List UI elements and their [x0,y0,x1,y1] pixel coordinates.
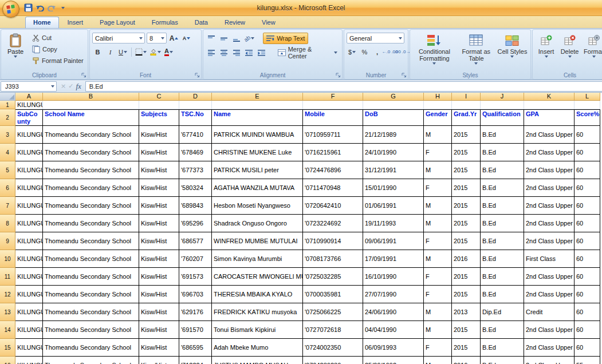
cell[interactable]: '0725032285 [303,268,363,286]
formula-input[interactable]: B.Ed [85,81,602,92]
cell[interactable]: 2015 [452,286,481,303]
header-cell[interactable]: DoB [363,109,424,126]
cell[interactable] [43,101,139,109]
header-cell[interactable]: GPA [524,109,575,126]
cell[interactable]: CHRISTINE MUKENE Luke [212,144,303,161]
cell[interactable]: Credit [524,303,575,321]
cell[interactable]: B.Ed [481,179,524,197]
cell[interactable]: F [424,268,452,286]
cell[interactable]: 21/12/1989 [363,126,424,144]
cell[interactable]: 19/11/1993 [363,215,424,232]
tab-home[interactable]: Home [25,17,59,28]
row-header[interactable]: 5 [0,161,15,179]
cell[interactable]: '0711470948 [303,179,363,197]
cell[interactable]: 04/04/1990 [363,321,424,339]
cell[interactable]: 2015 [452,268,481,286]
row-header[interactable]: 7 [0,197,15,215]
cell[interactable]: Adah Mbeke Mumo [212,339,303,357]
cell[interactable]: JUSTUS MAMBO MUSAU [212,357,303,364]
cell[interactable]: 27/07/1990 [363,286,424,303]
undo-button[interactable] [34,2,45,13]
delete-cells-button[interactable]: Delete [558,31,581,58]
cell[interactable]: Kisw/Hist [139,268,179,286]
row-header[interactable]: 8 [0,215,15,232]
cell[interactable]: B.Ed [481,286,524,303]
cell[interactable]: Thomeandu Secondary School [43,179,139,197]
cell[interactable] [452,101,481,109]
row-header[interactable]: 12 [0,286,15,303]
row-header[interactable]: 16 [0,357,15,364]
cell[interactable]: Thomeandu Secondary School [43,321,139,339]
alignment-dialog-launcher[interactable] [335,72,341,78]
row-header[interactable]: 10 [0,250,15,268]
cell[interactable]: '691570 [179,321,212,339]
cell[interactable]: 2016 [452,250,481,268]
cell[interactable]: 2015 [452,232,481,250]
cell[interactable]: Thomeandu Secondary School [43,339,139,357]
cell[interactable]: 60 [575,215,600,232]
tab-formulas[interactable]: Formulas [144,17,186,28]
cell[interactable]: 2nd Class Upper [524,126,575,144]
cell[interactable]: 31/12/1991 [363,161,424,179]
cell[interactable]: '580324 [179,179,212,197]
paste-button[interactable]: Paste [3,31,27,71]
cell[interactable]: Kisw/Hist [139,161,179,179]
cell[interactable]: 60 [575,321,600,339]
cell[interactable]: Thomeandu Secondary School [43,197,139,215]
cell[interactable]: '0708173766 [303,250,363,268]
column-header[interactable]: A [15,93,43,101]
cell[interactable]: 2015 [452,179,481,197]
cell[interactable]: Kisw/Hist [139,339,179,357]
cell[interactable]: M [424,250,452,268]
cell[interactable] [179,101,212,109]
cell[interactable]: 2nd Class Upper [524,339,575,357]
cell[interactable]: Kisw/Hist [139,144,179,161]
qat-customize-button[interactable] [57,2,68,13]
font-dialog-launcher[interactable] [194,72,200,78]
cell[interactable]: KILUNGU [15,303,43,321]
cell[interactable]: '0727072618 [303,321,363,339]
cell[interactable]: Thomeandu Secondary School [43,303,139,321]
wrap-text-button[interactable]: Wrap Text [263,33,308,44]
column-header[interactable]: K [524,93,575,101]
cell[interactable]: 2015 [452,321,481,339]
cell[interactable]: '712224 [179,357,212,364]
save-button[interactable] [23,2,34,13]
cell[interactable]: KILUNGU [15,144,43,161]
column-header[interactable]: E [212,93,303,101]
cell[interactable]: 2nd Class Upper [524,161,575,179]
row-header[interactable]: 2 [0,109,15,126]
cell[interactable]: F [424,286,452,303]
cell[interactable]: B.Ed [481,321,524,339]
cell[interactable]: B.Ed [481,250,524,268]
cell[interactable]: Tonui Bismark Kipkirui [212,321,303,339]
cell[interactable]: KILUNGU [15,339,43,357]
row-header[interactable]: 4 [0,144,15,161]
cell[interactable]: Kisw/Hist [139,250,179,268]
cell[interactable]: 24/06/1990 [363,303,424,321]
row-header[interactable]: 1 [0,101,15,109]
cell[interactable]: '0716215961 [303,144,363,161]
cell[interactable]: B.Ed [481,215,524,232]
cell[interactable]: Thomeandu Secondary School [43,268,139,286]
cell[interactable]: '689843 [179,197,212,215]
cell[interactable]: KILUNGU [15,232,43,250]
cell[interactable]: '691573 [179,268,212,286]
align-right-button[interactable] [231,48,242,58]
cell[interactable]: 2015 [452,339,481,357]
header-cell[interactable]: Score% [575,109,600,126]
cell[interactable]: Kisw/Hist [139,286,179,303]
cell[interactable]: '0704286236 [303,357,363,364]
cell[interactable]: 2nd Class Upper [524,286,575,303]
cell[interactable]: '0710990914 [303,232,363,250]
cell[interactable] [363,101,424,109]
cell[interactable]: 2016 [452,357,481,364]
cell[interactable]: '0710959711 [303,126,363,144]
header-cell[interactable]: Mobile [303,109,363,126]
cell[interactable]: 60 [575,126,600,144]
cell[interactable]: 2013 [452,303,481,321]
cell[interactable]: 60 [575,286,600,303]
cell[interactable]: KILUNGU [15,161,43,179]
cell[interactable]: M [424,197,452,215]
select-all-corner[interactable] [0,93,15,101]
